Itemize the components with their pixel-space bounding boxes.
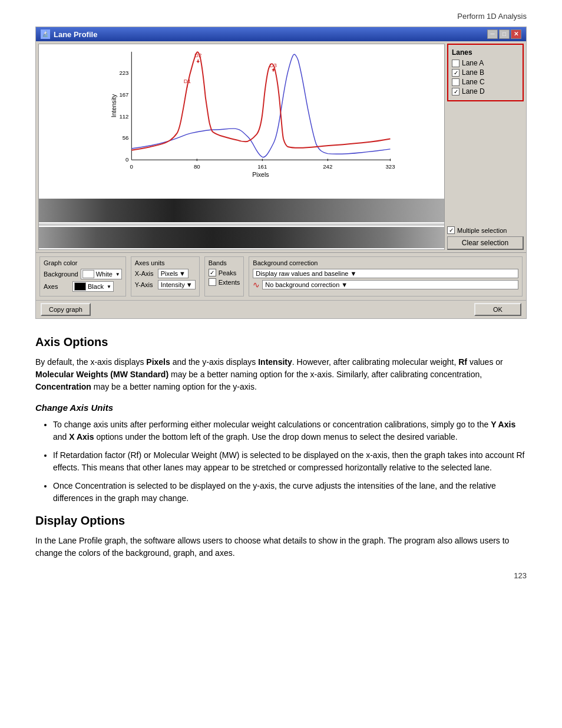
lane-a-checkbox[interactable] [452, 60, 459, 67]
copy-graph-button[interactable]: Copy graph [41, 303, 91, 316]
svg-text:Pixels: Pixels [252, 171, 269, 178]
page-header: Perform 1D Analysis [35, 12, 527, 21]
gel-strip-2 [39, 227, 444, 248]
bg-option2-arrow: ▼ [341, 281, 348, 288]
lane-b-label: Lane B [462, 68, 484, 77]
multiple-selection-label: Multiple selection [457, 227, 507, 234]
window-titlebar: 🔬 Lane Profile ─ □ ✕ [36, 27, 526, 41]
chart-svg: 0 56 112 167 223 0 80 161 242 323 Pixels [62, 49, 439, 180]
maximize-button[interactable]: □ [499, 29, 510, 39]
background-value: White [96, 271, 113, 278]
window-body: 0 56 112 167 223 0 80 161 242 323 Pixels [36, 41, 526, 252]
svg-text:0: 0 [130, 163, 133, 170]
lane-d-checkbox[interactable]: ✓ [452, 88, 459, 95]
header-text: Perform 1D Analysis [457, 12, 527, 21]
graph-area: 0 56 112 167 223 0 80 161 242 323 Pixels [38, 44, 445, 250]
titlebar-buttons: ─ □ ✕ [487, 29, 521, 39]
page-number: 123 [35, 571, 527, 580]
x-axis-value: Pixels [161, 270, 178, 277]
right-panel: Lanes Lane A ✓ Lane B Lane C ✓ Lane D [447, 44, 524, 250]
svg-text:242: 242 [323, 163, 332, 170]
lane-c-item: Lane C [452, 78, 519, 86]
x-axis-row: X-Axis Pixels ▼ [135, 269, 196, 278]
extents-label: Extents [219, 279, 240, 286]
svg-text:✦: ✦ [196, 58, 200, 65]
axes-units-group: Axes units X-Axis Pixels ▼ Y-Axis Intens… [131, 256, 200, 297]
peaks-row: ✓ Peaks [209, 269, 240, 276]
axes-color-select[interactable]: Black ▼ [72, 281, 114, 292]
svg-text:323: 323 [385, 163, 395, 170]
svg-text:D1: D1 [184, 78, 191, 84]
x-axis-dropdown[interactable]: Pixels ▼ [158, 269, 189, 278]
svg-text:D2: D2 [194, 52, 201, 58]
lane-c-checkbox[interactable] [452, 78, 459, 86]
bg-correction-title: Background correction [253, 259, 518, 266]
white-swatch [82, 270, 94, 278]
chart-container: 0 56 112 167 223 0 80 161 242 323 Pixels [39, 44, 444, 197]
bg-option1-label: Display raw values and baseline [256, 270, 348, 277]
y-axis-dropdown[interactable]: Intensity ▼ [158, 280, 196, 289]
bg-option2-row: ∿ No background correction ▼ [253, 280, 518, 289]
minimize-button[interactable]: ─ [487, 29, 498, 39]
background-color-select[interactable]: White ▼ [81, 269, 122, 279]
svg-text:112: 112 [119, 113, 128, 120]
bands-group: Bands ✓ Peaks Extents [204, 256, 244, 297]
svg-text:0: 0 [125, 156, 128, 163]
bands-title: Bands [209, 259, 240, 266]
screenshot-container: 🔬 Lane Profile ─ □ ✕ 0 56 [35, 27, 527, 319]
extents-row: Extents [209, 278, 240, 286]
multiple-selection-checkbox[interactable]: ✓ [447, 226, 455, 234]
bg-option1-dropdown[interactable]: Display raw values and baseline ▼ [253, 269, 518, 278]
svg-text:80: 80 [194, 163, 200, 170]
y-axis-label: Y-Axis [135, 281, 156, 288]
clear-selection-button[interactable]: Clear selection [447, 236, 524, 250]
right-panel-bottom: ✓ Multiple selection Clear selection [447, 104, 524, 250]
wave-icon: ∿ [253, 280, 260, 289]
lane-c-label: Lane C [462, 78, 485, 86]
change-axis-units-subtitle: Change Axis Units [35, 403, 527, 413]
y-axis-arrow: ▼ [186, 281, 193, 288]
axis-options-title: Axis Options [35, 335, 527, 349]
svg-text:Intensity: Intensity [110, 94, 117, 117]
graph-color-title: Graph color [44, 259, 122, 266]
display-options-body: In the Lane Profile graph, the software … [35, 535, 527, 559]
change-axis-bullets: To change axis units after performing ei… [53, 419, 527, 505]
bullet-1: To change axis units after performing ei… [53, 419, 527, 443]
peaks-checkbox[interactable]: ✓ [209, 269, 216, 276]
background-color-row: Background White ▼ [44, 269, 122, 279]
axis-options-body: By default, the x-axis displays Pixels a… [35, 356, 527, 393]
close-button[interactable]: ✕ [511, 29, 521, 39]
y-axis-value: Intensity [161, 281, 185, 288]
x-axis-label: X-Axis [135, 270, 156, 277]
axes-dropdown-arrow: ▼ [107, 284, 111, 289]
axes-units-title: Axes units [135, 259, 196, 266]
gel-strip-1 [39, 199, 444, 222]
bg-option2-dropdown[interactable]: No background correction ▼ [262, 280, 518, 289]
display-options-title: Display Options [35, 514, 527, 528]
svg-text:167: 167 [119, 91, 128, 98]
bg-option2-label: No background correction [265, 281, 339, 288]
lane-b-item: ✓ Lane B [452, 68, 519, 77]
lanes-box: Lanes Lane A ✓ Lane B Lane C ✓ Lane D [447, 44, 524, 101]
ok-button[interactable]: OK [474, 303, 521, 316]
axes-color-row: Axes Black ▼ [44, 281, 122, 292]
lane-d-label: Lane D [462, 87, 485, 95]
window-title: Lane Profile [54, 30, 97, 39]
extents-checkbox[interactable] [209, 278, 216, 286]
bottom-action-bar: Copy graph OK [36, 300, 526, 318]
lanes-title: Lanes [452, 48, 519, 57]
lane-b-checkbox[interactable]: ✓ [452, 69, 459, 77]
axes-label: Axes [44, 283, 70, 290]
lane-d-item: ✓ Lane D [452, 87, 519, 95]
graph-color-group: Graph color Background White ▼ Axes Blac… [39, 256, 126, 297]
titlebar-left: 🔬 Lane Profile [41, 29, 97, 39]
lane-a-label: Lane A [462, 59, 484, 67]
x-axis-arrow: ▼ [179, 270, 186, 277]
bg-option1-row: Display raw values and baseline ▼ [253, 269, 518, 278]
black-swatch [74, 282, 86, 291]
svg-text:161: 161 [257, 163, 267, 170]
bg-option1-arrow: ▼ [351, 270, 357, 277]
axes-value: Black [88, 283, 104, 290]
background-label: Background [44, 271, 78, 278]
bottom-controls: Graph color Background White ▼ Axes Blac… [36, 252, 526, 300]
